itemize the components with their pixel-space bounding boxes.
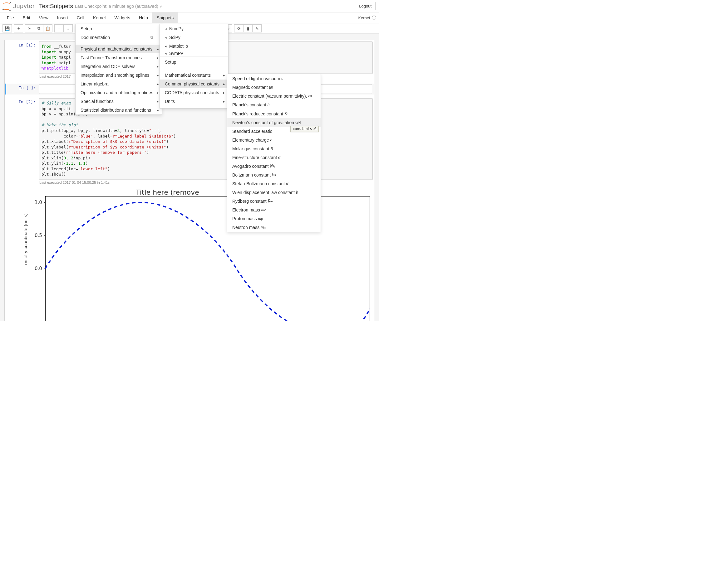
- kernel-menu-right[interactable]: Kernel: [358, 16, 370, 20]
- menu-snippets[interactable]: Snippets: [152, 12, 178, 23]
- const-Rinf[interactable]: Rydberg constant R∞: [227, 197, 320, 205]
- plot-axes: [45, 196, 370, 321]
- const-mn[interactable]: Neutron mass mn: [227, 223, 320, 232]
- snippets-stats[interactable]: Statistical distributions and functions: [76, 106, 162, 114]
- exec-meta-2: Last executed 2017-01-04 15:00:25 in 1.4…: [39, 179, 373, 186]
- snippets-setup[interactable]: Setup: [76, 24, 162, 33]
- const-c[interactable]: Speed of light in vacuum c: [227, 74, 320, 83]
- scipy-back-matplotlib[interactable]: Matplotlib: [160, 42, 228, 51]
- menu-edit[interactable]: Edit: [19, 12, 35, 23]
- scipy-common-constants[interactable]: Common physical constants: [160, 80, 228, 88]
- dropdown-separator: [160, 56, 228, 56]
- const-NA[interactable]: Avogadro constant NA: [227, 162, 320, 171]
- constants-dropdown: Speed of light in vacuum c Magnetic cons…: [227, 74, 321, 232]
- const-me[interactable]: Electron mass me: [227, 205, 320, 214]
- wrench-icon[interactable]: ✎: [252, 24, 262, 32]
- plot-title: Title here (remove: [136, 188, 199, 196]
- scipy-dropdown: NumPy SciPy Matplotlib SymPy Setup Mathe…: [159, 24, 229, 109]
- ytick-1: 1.0: [35, 200, 42, 205]
- menu-cell[interactable]: Cell: [72, 12, 89, 23]
- const-b[interactable]: Wien displacement law constant b: [227, 188, 320, 197]
- snippets-optimization[interactable]: Optimization and root-finding routines: [76, 88, 162, 97]
- plot-ylabel: on of y coordinate (units): [23, 213, 28, 265]
- book-icon[interactable]: ▮: [243, 24, 253, 32]
- snippets-linalg[interactable]: Linear algebra: [76, 80, 162, 88]
- scipy-setup[interactable]: Setup: [160, 58, 228, 66]
- jupyter-icon: [3, 2, 11, 10]
- menu-help[interactable]: Help: [134, 12, 152, 23]
- cut-button[interactable]: ✂: [25, 24, 34, 32]
- snippets-documentation-label: Documentation: [81, 35, 110, 40]
- scipy-back-sympy[interactable]: SymPy: [160, 51, 228, 55]
- kernel-status-icon: [372, 16, 376, 20]
- menu-file[interactable]: File: [2, 12, 19, 23]
- const-h[interactable]: Planck's constant h: [227, 101, 320, 109]
- const-mu0[interactable]: Magnetic constant μ0: [227, 83, 320, 92]
- snippets-special[interactable]: Special functions: [76, 97, 162, 106]
- copy-button[interactable]: ⧉: [34, 24, 44, 32]
- const-g[interactable]: Standard acceleratio constants.G: [227, 127, 320, 136]
- logo-text: Jupyter: [13, 2, 35, 10]
- logout-button[interactable]: Logout: [355, 2, 375, 10]
- scipy-codata-constants[interactable]: CODATA physical constants: [160, 88, 228, 97]
- const-sigma[interactable]: Stefan-Boltzmann constant σ: [227, 179, 320, 188]
- const-eps0[interactable]: Electric constant (vacuum permittivity),…: [227, 92, 320, 101]
- paste-button[interactable]: 📋: [43, 24, 52, 32]
- snippets-fft[interactable]: Fast Fourier Transform routines: [76, 53, 162, 62]
- ytick-0: 0.0: [35, 266, 42, 271]
- scipy-units[interactable]: Units: [160, 97, 228, 106]
- snippets-integration[interactable]: Integration and ODE solvers: [76, 62, 162, 71]
- snippets-documentation[interactable]: Documentation ⧉: [76, 33, 162, 42]
- menu-kernel[interactable]: Kernel: [89, 12, 110, 23]
- external-link-icon: ⧉: [151, 35, 153, 39]
- prompt-in1: In [1]:: [6, 41, 39, 80]
- menubar: File Edit View Insert Cell Kernel Widget…: [0, 12, 379, 23]
- scipy-math-constants[interactable]: Mathematical constants: [160, 71, 228, 80]
- snippets-interpolation[interactable]: Interpolation and smoothing splines: [76, 71, 162, 80]
- const-kB[interactable]: Boltzmann constant kB: [227, 171, 320, 179]
- snippets-physical-constants[interactable]: Physical and mathematical constants: [76, 45, 162, 53]
- menu-view[interactable]: View: [35, 12, 53, 23]
- menu-insert[interactable]: Insert: [53, 12, 72, 23]
- add-cell-button[interactable]: ＋: [14, 24, 23, 32]
- const-mp[interactable]: Proton mass mp: [227, 214, 320, 223]
- jupyter-logo[interactable]: Jupyter: [3, 2, 35, 10]
- const-hbar[interactable]: Planck's reduced constant ℏ: [227, 109, 320, 118]
- prompt-blank: In [ ]:: [6, 84, 39, 94]
- const-e[interactable]: Elementary charge e: [227, 136, 320, 144]
- const-R[interactable]: Molar gas constant R: [227, 144, 320, 153]
- const-alpha[interactable]: Fine-structure constant α: [227, 153, 320, 162]
- move-up-button[interactable]: ↑: [54, 24, 64, 32]
- notebook-name[interactable]: TestSnippets: [39, 3, 73, 10]
- move-down-button[interactable]: ↓: [63, 24, 73, 32]
- refresh-icon[interactable]: ⟳: [234, 24, 243, 32]
- snippets-dropdown: Setup Documentation ⧉ Physical and mathe…: [75, 24, 162, 115]
- prompt-in2: In [2]:: [6, 98, 39, 186]
- menu-widgets[interactable]: Widgets: [110, 12, 134, 23]
- checkpoint-status: Last Checkpoint: a minute ago (autosaved…: [75, 4, 158, 9]
- autosave-check-icon: ✓: [159, 4, 163, 9]
- scipy-back-numpy[interactable]: NumPy: [160, 24, 228, 33]
- ytick-05: 0.5: [35, 233, 42, 238]
- save-button[interactable]: 💾: [2, 24, 12, 32]
- scipy-back-scipy[interactable]: SciPy: [160, 33, 228, 42]
- constants-tooltip: constants.G: [290, 126, 318, 132]
